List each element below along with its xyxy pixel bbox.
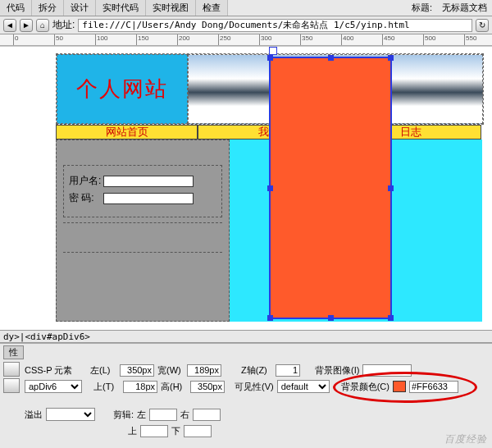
password-label: 密 码: bbox=[69, 191, 103, 205]
clip-right-field[interactable] bbox=[193, 409, 221, 421]
overflow-select[interactable] bbox=[46, 408, 95, 421]
username-label: 用户名: bbox=[69, 174, 103, 188]
clip-top-field[interactable] bbox=[140, 425, 168, 437]
left-field[interactable] bbox=[120, 364, 154, 377]
top-field[interactable] bbox=[123, 381, 157, 393]
tab-liveview[interactable]: 实时视图 bbox=[146, 0, 196, 16]
clip-label: 剪辑: bbox=[113, 409, 134, 421]
element-id-select[interactable]: apDiv6 bbox=[25, 380, 82, 393]
bgcolor-hex-field[interactable] bbox=[409, 381, 458, 393]
properties-panel: 性 CSS-P 元素 左(L) 宽(W) Z轴(Z) 背景图像(I) apDiv… bbox=[0, 343, 492, 448]
resize-handle[interactable] bbox=[267, 185, 273, 191]
clip-top-label: 上 bbox=[128, 425, 137, 437]
tab-livecode[interactable]: 实时代码 bbox=[96, 0, 146, 16]
vis-select[interactable]: default bbox=[277, 380, 330, 393]
bgcolor-label: 背景颜色(C) bbox=[341, 381, 390, 393]
sidebar-cell[interactable]: 用户名: 密 码: bbox=[56, 139, 230, 322]
password-input[interactable] bbox=[103, 193, 194, 204]
site-title: 个人网站 bbox=[76, 75, 168, 103]
home-button[interactable]: ⌂ bbox=[36, 19, 49, 32]
logo-cell[interactable]: 个人网站 bbox=[57, 54, 188, 124]
refresh-button[interactable]: ↻ bbox=[476, 19, 489, 32]
vis-label: 可见性(V) bbox=[235, 381, 274, 393]
resize-handle[interactable] bbox=[267, 315, 273, 321]
selected-apdiv6[interactable] bbox=[269, 57, 392, 319]
tab-code[interactable]: 代码 bbox=[0, 0, 32, 16]
css-icon[interactable] bbox=[3, 362, 20, 377]
z-label: Z轴(Z) bbox=[241, 364, 272, 377]
top-label: 上(T) bbox=[93, 381, 120, 393]
resize-handle[interactable] bbox=[328, 55, 334, 61]
properties-tab[interactable]: 性 bbox=[3, 345, 24, 359]
clip-left-field[interactable] bbox=[149, 409, 177, 421]
tab-inspect[interactable]: 检查 bbox=[196, 0, 228, 16]
login-box: 用户名: 密 码: bbox=[63, 165, 222, 217]
back-button[interactable]: ◄ bbox=[3, 19, 16, 32]
horizontal-ruler: 0 50 100 150 200 250 300 350 400 450 500… bbox=[0, 34, 492, 46]
username-input[interactable] bbox=[103, 176, 194, 187]
address-input[interactable] bbox=[78, 19, 472, 32]
clip-left-label: 左 bbox=[137, 409, 146, 421]
design-canvas[interactable]: 个人网站 网站首页 我的 日志 用户名: 密 码: bbox=[0, 46, 492, 330]
nav-home[interactable]: 网站首页 bbox=[56, 125, 198, 139]
clip-bottom-field[interactable] bbox=[184, 425, 212, 437]
element-icon[interactable] bbox=[3, 378, 20, 393]
width-field[interactable] bbox=[187, 364, 221, 377]
bgcolor-swatch[interactable] bbox=[393, 381, 406, 392]
address-label: 地址: bbox=[52, 18, 75, 32]
watermark: 百度经验 bbox=[444, 432, 487, 446]
resize-handle[interactable] bbox=[388, 315, 394, 321]
clip-right-label: 右 bbox=[180, 409, 189, 421]
resize-handle[interactable] bbox=[267, 55, 273, 61]
fwd-button[interactable]: ► bbox=[20, 19, 33, 32]
tab-split[interactable]: 拆分 bbox=[32, 0, 64, 16]
height-field[interactable] bbox=[190, 381, 225, 393]
cssp-label: CSS-P 元素 bbox=[25, 364, 74, 377]
view-tabs: 代码 拆分 设计 实时代码 实时视图 检查 标题: 无标题文档 bbox=[0, 0, 492, 16]
tab-design[interactable]: 设计 bbox=[64, 0, 96, 16]
resize-handle[interactable] bbox=[328, 315, 334, 321]
bgimg-label: 背景图像(I) bbox=[315, 364, 359, 377]
height-label: 高(H) bbox=[161, 381, 187, 393]
width-label: 宽(W) bbox=[157, 364, 184, 377]
resize-handle[interactable] bbox=[388, 55, 394, 61]
title-label: 标题: bbox=[407, 0, 437, 16]
address-bar: ◄ ► ⌂ 地址: ↻ bbox=[0, 16, 492, 34]
bgimg-field[interactable] bbox=[362, 364, 412, 377]
resize-handle[interactable] bbox=[388, 185, 394, 191]
element-anchor-marker bbox=[269, 47, 277, 55]
clip-bottom-label: 下 bbox=[171, 425, 180, 437]
z-field[interactable] bbox=[276, 364, 300, 377]
left-label: 左(L) bbox=[90, 364, 116, 377]
overflow-label: 溢出 bbox=[25, 409, 43, 421]
title-value: 无标题文档 bbox=[437, 0, 492, 16]
tag-selector[interactable]: dy>|<div#apDiv6> bbox=[0, 330, 492, 343]
